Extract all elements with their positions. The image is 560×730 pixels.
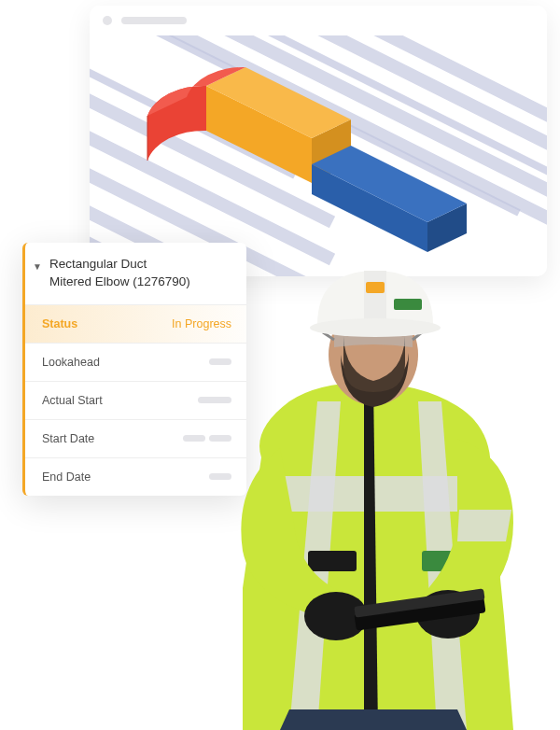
svg-rect-10 [394,299,422,310]
header-placeholder [121,17,187,24]
model-viewer-card [90,6,547,276]
svg-rect-11 [366,282,385,293]
status-label: Status [42,317,77,330]
element-title-line1: Rectangular Duct [49,257,147,271]
model-3d-viewport[interactable] [90,35,547,276]
actual-start-label: Actual Start [42,394,103,407]
collapse-chevron-icon[interactable]: ▼ [33,261,42,272]
element-title: Rectangular Duct Mitered Elbow (1276790) [49,256,190,291]
end-date-label: End Date [42,470,91,484]
svg-point-9 [310,318,441,337]
window-control-icon [103,16,112,25]
lookahead-label: Lookahead [42,356,100,369]
worker-photo [177,243,551,730]
model-header [90,6,547,35]
svg-rect-0 [308,551,357,571]
start-date-label: Start Date [42,432,94,445]
element-title-line2: Mitered Elbow (1276790) [49,274,190,288]
